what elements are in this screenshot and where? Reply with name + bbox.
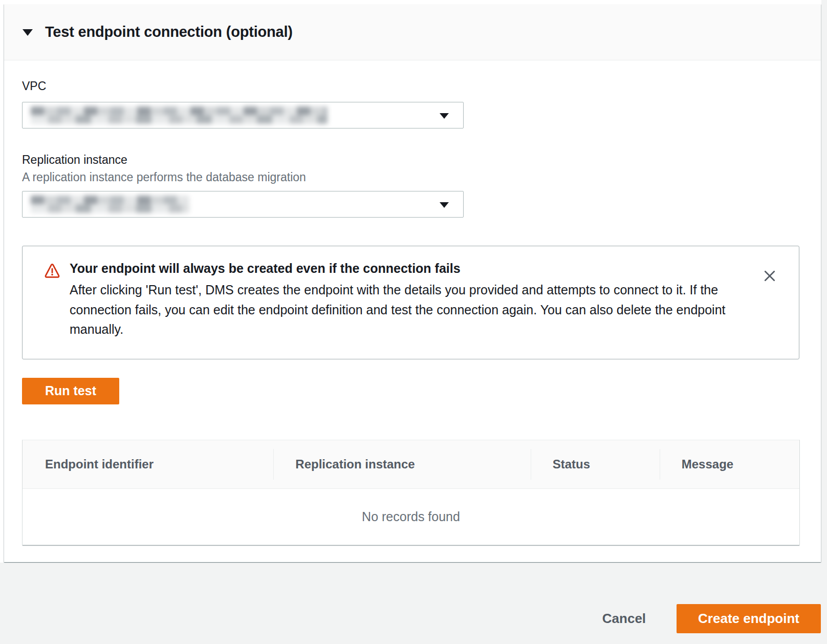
caret-down-icon <box>440 202 449 208</box>
section-header-expander[interactable]: Test endpoint connection (optional) <box>4 4 821 60</box>
close-icon[interactable] <box>761 267 778 287</box>
test-endpoint-connection-card: Test endpoint connection (optional) VPC … <box>4 4 821 562</box>
table-header-row: Endpoint identifier Replication instance… <box>23 440 799 489</box>
section-body: VPC Replication instance A replication i… <box>4 79 821 545</box>
caret-down-icon <box>440 113 449 119</box>
section-title: Test endpoint connection (optional) <box>45 24 293 40</box>
table-body: No records found <box>23 489 799 545</box>
triangle-down-icon <box>23 29 33 36</box>
page-background-right <box>821 0 827 644</box>
warning-title: Your endpoint will always be created eve… <box>70 260 761 276</box>
empty-state-message: No records found <box>362 509 460 524</box>
run-test-button[interactable]: Run test <box>22 378 119 404</box>
form-footer-actions: Cancel Create endpoint <box>0 604 821 633</box>
replication-instance-selected-value-redacted <box>31 196 189 213</box>
warning-body: After clicking 'Run test', DMS creates t… <box>70 280 727 339</box>
warning-banner: Your endpoint will always be created eve… <box>22 246 799 359</box>
create-endpoint-button[interactable]: Create endpoint <box>677 604 821 633</box>
cancel-button[interactable]: Cancel <box>602 611 646 627</box>
warning-content: Your endpoint will always be created eve… <box>70 260 761 339</box>
replication-instance-description: A replication instance performs the data… <box>22 170 799 184</box>
column-header-message: Message <box>660 449 799 480</box>
replication-instance-label: Replication instance <box>22 153 799 167</box>
vpc-selected-value-redacted <box>31 106 328 124</box>
warning-triangle-icon <box>44 263 60 281</box>
vpc-label: VPC <box>22 79 799 93</box>
column-header-endpoint-identifier: Endpoint identifier <box>23 449 273 480</box>
vpc-select[interactable] <box>22 102 464 128</box>
column-header-status: Status <box>531 449 660 480</box>
replication-instance-select[interactable] <box>22 191 464 218</box>
column-header-replication-instance: Replication instance <box>273 449 530 480</box>
test-results-table: Endpoint identifier Replication instance… <box>22 440 800 545</box>
